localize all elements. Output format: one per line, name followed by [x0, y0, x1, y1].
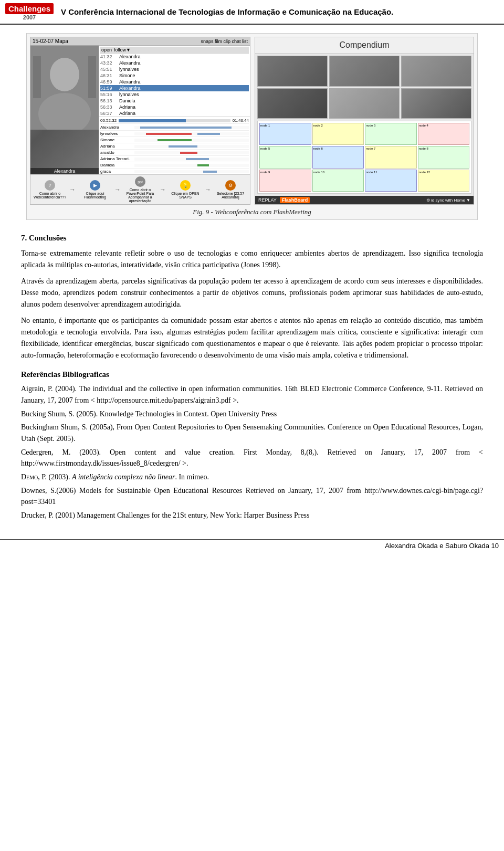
step-3-text: Como abrir o PowerPoint Para Acompanhar …: [123, 188, 158, 203]
ref-buckingham: Buckingham Shum, S. (2005a), From Open C…: [21, 422, 483, 444]
logo-challenges: Challenges: [5, 3, 54, 14]
figure-caption: Fig. 9 - Webconferência com FlashMeeting: [30, 208, 474, 216]
fm-timeline: 00:52:32 01:46:44 Alexandra lynnalves Si…: [99, 117, 250, 174]
map-cell-5: node 5: [259, 146, 311, 168]
logo-year: 2007: [23, 14, 36, 20]
map-cell-11: node 11: [365, 170, 417, 192]
step-1: ? Como abrir o Webconferência???: [33, 180, 67, 199]
flashmeeting-interface: 15-02-07 Mapa snaps film clip chat list: [30, 37, 250, 205]
comp-vid-1: [257, 56, 328, 87]
ref-demo-author: Demo, P.: [21, 473, 47, 481]
compendium-content: node 1 node 2 node 3 node 4 node 5 node …: [255, 54, 474, 196]
ref-aigrain: Aigrain, P. (2004). The individual and t…: [21, 383, 483, 406]
tl-row-8: graca: [100, 169, 249, 174]
arrow-2: →: [114, 186, 121, 194]
step-4: 💡 Clique em OPEN SNAPS: [168, 180, 203, 199]
step-5: ⚙ Selecione [23:57 Alexandra]: [213, 180, 248, 199]
conclusoes-para-1: Torna-se extremamente relevante refletir…: [21, 248, 483, 270]
svg-rect-4: [88, 56, 96, 98]
step-2-icon: ▶: [90, 180, 100, 191]
logo-container: Challenges 2007: [5, 3, 54, 20]
svg-point-1: [50, 58, 79, 91]
step-4-text: Clique em OPEN SNAPS: [168, 192, 203, 199]
map-cell-8: node 8: [418, 146, 470, 168]
arrow-3: →: [160, 186, 166, 194]
step-2-text: Clique aqui Flashmeeting: [78, 192, 112, 199]
comp-vid-2: [329, 56, 400, 87]
flash-bar-controls: ⚙ id sync with Home ▼: [426, 198, 470, 203]
page-footer: Alexandra Okada e Saburo Okada 10: [0, 539, 504, 552]
chat-item-5: 46:59Alexandra: [100, 79, 249, 85]
fm-timeline-progress: [119, 119, 230, 122]
ref-cedergren: Cedergren, M. (2003). Open content and v…: [21, 447, 483, 469]
compendium-title: Compendium: [255, 37, 474, 54]
step-1-icon: ?: [45, 180, 55, 191]
fm-content: Alexandra open follow▼ 41:32Alexandra 43…: [30, 46, 250, 174]
tl-row-6: Adriana Tercari.: [100, 156, 249, 162]
conclusoes-para-2: Através da aprendizagem aberta, parcelas…: [21, 276, 483, 310]
fm-title-text: 15-02-07 Mapa: [33, 38, 68, 44]
main-content: 7. Conclusões Torna-se extremamente rele…: [21, 228, 483, 529]
figure-images: 15-02-07 Mapa snaps film clip chat list: [30, 37, 474, 205]
step-3: ppt Como abrir o PowerPoint Para Acompan…: [123, 176, 158, 203]
comp-vid-6: [401, 88, 471, 119]
comp-concept-map: node 1 node 2 node 3 node 4 node 5 node …: [257, 121, 471, 194]
map-cell-7: node 7: [365, 146, 417, 168]
fm-titlebar: 15-02-07 Mapa snaps film clip chat list: [30, 37, 250, 46]
page-header: Challenges 2007 V Conferência Internacio…: [0, 0, 504, 25]
ref-demo: Demo, P. (2003). A inteligência complexa…: [21, 471, 483, 483]
chat-item-1: 41:32Alexandra: [100, 54, 249, 60]
conclusoes-para-3: No entanto, é importante que os particip…: [21, 315, 483, 361]
comp-vid-3: [401, 56, 471, 87]
tl-row-2: lynnalves: [100, 131, 249, 137]
compendium-interface: Compendium node 1: [255, 37, 474, 205]
step-1-text: Como abrir o Webconferência???: [33, 192, 67, 199]
chat-item-7: 55:16lynnalves: [100, 91, 249, 98]
fm-video-label: Alexandra: [30, 168, 99, 174]
tl-row-7: Daniela: [100, 162, 249, 169]
fm-progress-bar: [119, 119, 186, 122]
ref-bucking: Bucking Shum, S. (2005). Knowledge Techn…: [21, 408, 483, 420]
figure-box: 15-02-07 Mapa snaps film clip chat list: [26, 33, 478, 220]
ref-downes: Downes, S.(2006) Models for Sustainable …: [21, 485, 483, 508]
fm-chat-header: open follow▼: [100, 47, 249, 54]
footer-text: Alexandra Okada e Saburo Okada 10: [385, 542, 499, 550]
arrow-1: →: [69, 186, 76, 194]
chat-item-9: 56:33Adriana: [100, 104, 249, 110]
map-cell-4: node 4: [418, 123, 470, 145]
fm-controls: snaps film clip chat list: [201, 39, 248, 44]
fm-chat-list: open follow▼ 41:32Alexandra 43:32Alexand…: [99, 46, 250, 117]
comp-video-grid: [257, 56, 471, 119]
conference-title: V Conferência Internacional de Tecnologi…: [61, 7, 393, 16]
comp-flash-bar: REPLAY FlashBoard ⚙ id sync with Home ▼: [255, 196, 474, 204]
fm-video: Alexandra: [30, 46, 99, 174]
conclusoes-title: 7. Conclusões: [21, 234, 483, 243]
references-title: Referências Bibliograficas: [21, 370, 483, 379]
chat-item-8: 56:13Daniela: [100, 98, 249, 104]
map-cell-9: node 9: [259, 170, 311, 192]
map-cell-3: node 3: [365, 123, 417, 145]
map-cell-2: node 2: [312, 123, 364, 145]
step-5-text: Selecione [23:57 Alexandra]: [213, 192, 248, 199]
comp-vid-5: [329, 88, 400, 119]
flash-board-logo: FlashBoard: [280, 197, 310, 203]
ref-demo-title: A inteligência complexa não linear: [72, 473, 175, 481]
tl-row-1: Alexandra: [100, 124, 249, 131]
tl-row-3: Simone: [100, 137, 249, 143]
step-5-icon: ⚙: [225, 180, 236, 191]
chat-item-2: 43:32Alexandra: [100, 60, 249, 66]
chat-item-6-selected[interactable]: 51:59Alexandra: [100, 85, 249, 91]
ref-drucker: Drucker, P. (2001) Management Challenges…: [21, 510, 483, 521]
step-2: ▶ Clique aqui Flashmeeting: [78, 180, 112, 199]
svg-rect-3: [33, 56, 41, 98]
arrow-4: →: [205, 186, 211, 194]
fm-right-panel: open follow▼ 41:32Alexandra 43:32Alexand…: [99, 46, 250, 174]
fm-timeline-header: 00:52:32 01:46:44: [100, 118, 249, 123]
replay-label: REPLAY: [258, 197, 277, 203]
map-cell-1: node 1: [259, 123, 311, 145]
tl-row-5: aroaldo: [100, 150, 249, 156]
tl-row-4: Adriana: [100, 143, 249, 150]
comp-vid-4: [257, 88, 328, 119]
comp-map-inner: node 1 node 2 node 3 node 4 node 5 node …: [259, 123, 469, 192]
step-4-icon: 💡: [180, 180, 191, 191]
